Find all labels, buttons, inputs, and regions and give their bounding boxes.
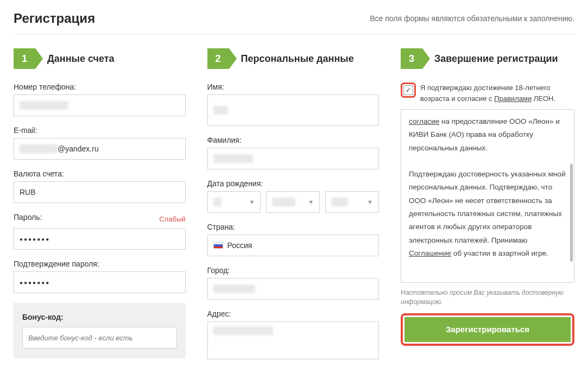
city-label: Город: — [207, 266, 380, 275]
address-label: Адрес: — [207, 309, 380, 318]
step1-column: 1 Данные счета Номер телефона: +7 999 99… — [14, 48, 186, 367]
step3-column: 3 Завершение регистрации ✓ Я подтверждаю… — [401, 48, 574, 367]
step2-number: 2 — [207, 48, 229, 69]
step2-header: 2 Персональные данные — [207, 48, 380, 69]
agree-text: Я подтверждаю достижение 18-летнего возр… — [420, 83, 574, 104]
confirm-password-input[interactable]: ●●●●●●● — [14, 271, 186, 293]
phone-field: Номер телефона: +7 999 999 99 — [14, 83, 186, 116]
bonus-box: Бонус-код: — [14, 303, 186, 358]
surname-input[interactable]: Фамилия Ф — [207, 148, 380, 169]
currency-field: Валюта счета: RUB — [14, 169, 186, 203]
password-input[interactable]: ●●●●●●● — [14, 228, 186, 250]
city-input[interactable]: Город город — [207, 278, 380, 300]
password-field: Пароль: Слабый ●●●●●●● — [14, 213, 186, 250]
checkbox-highlight: ✓ — [401, 83, 416, 98]
required-note: Все поля формы являются обязательными к … — [370, 14, 574, 23]
rules-link[interactable]: Правилами — [494, 94, 532, 103]
page-header: Регистрация Все поля формы являются обяз… — [14, 11, 574, 35]
submit-button[interactable]: Зарегистрироваться — [404, 317, 571, 342]
password-label: Пароль: — [14, 213, 42, 222]
dob-day-select[interactable]: 00▼ — [207, 191, 261, 213]
chevron-down-icon: ▼ — [249, 199, 255, 205]
phone-input[interactable]: +7 999 999 99 — [14, 94, 186, 116]
country-field: Страна: Россия — [207, 223, 380, 256]
confirm-password-field: Подтверждение пароля: ●●●●●●● — [14, 260, 186, 293]
country-label: Страна: — [207, 223, 380, 231]
scrollbar-thumb[interactable] — [570, 164, 573, 262]
email-field: E-mail: xxxxxxxxxx@yandex.ru — [14, 126, 186, 160]
page-title: Регистрация — [14, 11, 95, 26]
currency-select[interactable]: RUB — [14, 181, 186, 203]
address-field: Адрес: Адрес адрес адр — [207, 309, 380, 359]
dob-label: Дата рождения: — [207, 179, 380, 188]
step3-number: 3 — [401, 48, 422, 69]
confirm-password-label: Подтверждение пароля: — [14, 260, 186, 268]
chevron-down-icon: ▼ — [308, 199, 314, 205]
step3-header: 3 Завершение регистрации — [401, 48, 574, 69]
surname-label: Фамилия: — [207, 136, 380, 144]
country-select[interactable]: Россия — [207, 235, 380, 256]
password-strength: Слабый — [159, 215, 185, 223]
terms-box[interactable]: согласие на предоставление ООО «Леон» и … — [401, 109, 574, 283]
phone-label: Номер телефона: — [14, 83, 186, 91]
currency-label: Валюта счета: — [14, 169, 186, 178]
agree-row: ✓ Я подтверждаю достижение 18-летнего во… — [401, 83, 574, 104]
email-label: E-mail: — [14, 126, 186, 135]
consent-link[interactable]: согласие — [409, 117, 439, 125]
step1-title: Данные счета — [47, 53, 115, 65]
dob-field: Дата рождения: 00▼ Месяц▼ 0000▼ — [207, 179, 380, 213]
submit-highlight: Зарегистрироваться — [401, 313, 574, 346]
agreement-link[interactable]: Соглашение — [409, 249, 451, 257]
dob-month-select[interactable]: Месяц▼ — [266, 191, 320, 213]
address-input[interactable]: Адрес адрес адр — [207, 321, 380, 359]
agree-checkbox[interactable]: ✓ — [403, 85, 413, 95]
step2-column: 2 Персональные данные Имя: Имя Фамилия: … — [207, 48, 380, 367]
step1-number: 1 — [14, 48, 35, 69]
dob-year-select[interactable]: 0000▼ — [325, 191, 379, 213]
name-input[interactable]: Имя — [207, 94, 380, 126]
step3-title: Завершение регистрации — [434, 53, 558, 65]
email-suffix: @yandex.ru — [58, 144, 99, 153]
email-input[interactable]: xxxxxxxxxx@yandex.ru — [14, 138, 186, 160]
russia-flag-icon — [213, 242, 223, 249]
form-columns: 1 Данные счета Номер телефона: +7 999 99… — [14, 48, 574, 367]
chevron-down-icon: ▼ — [367, 199, 373, 205]
name-label: Имя: — [207, 83, 380, 91]
hint-text: Настоятельно просим Вас указывать достов… — [401, 288, 574, 307]
bonus-label: Бонус-код: — [22, 313, 177, 321]
city-field: Город: Город город — [207, 266, 380, 300]
step2-title: Персональные данные — [241, 53, 354, 65]
bonus-input[interactable] — [22, 327, 177, 349]
name-field: Имя: Имя — [207, 83, 380, 126]
step1-header: 1 Данные счета — [14, 48, 186, 69]
surname-field: Фамилия: Фамилия Ф — [207, 136, 380, 169]
